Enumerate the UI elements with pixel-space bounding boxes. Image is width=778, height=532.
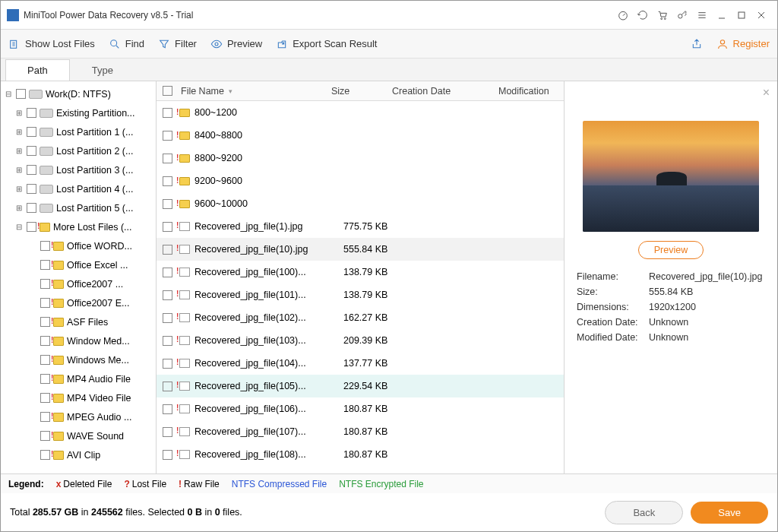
row-checkbox[interactable] bbox=[163, 359, 172, 369]
list-row[interactable]: Recovered_jpg_file(1).jpg775.75 KB bbox=[157, 215, 564, 238]
row-checkbox[interactable] bbox=[163, 404, 172, 414]
expand-toggle-icon[interactable]: ⊞ bbox=[14, 166, 24, 174]
row-checkbox[interactable] bbox=[163, 222, 172, 232]
row-checkbox[interactable] bbox=[163, 268, 172, 277]
key-icon[interactable] bbox=[672, 5, 692, 25]
tree-checkbox[interactable] bbox=[40, 374, 50, 384]
row-checkbox[interactable] bbox=[163, 245, 172, 255]
tree-checkbox[interactable] bbox=[40, 241, 50, 251]
tree-checkbox[interactable] bbox=[40, 279, 50, 289]
expand-toggle-icon[interactable]: ⊞ bbox=[14, 109, 24, 117]
list-row[interactable]: Recovered_jpg_file(102)...162.27 KB bbox=[157, 306, 564, 329]
expand-toggle-icon[interactable]: ⊟ bbox=[4, 90, 13, 98]
back-button[interactable]: Back bbox=[605, 501, 683, 524]
tree-item[interactable]: MP4 Video File bbox=[1, 388, 156, 407]
tab-path[interactable]: Path bbox=[5, 59, 70, 81]
tree-checkbox[interactable] bbox=[27, 184, 36, 194]
list-row[interactable]: Recovered_jpg_file(105)...229.54 KB bbox=[157, 375, 564, 397]
list-row[interactable]: Recovered_jpg_file(101)...138.79 KB bbox=[157, 283, 564, 306]
tree-checkbox[interactable] bbox=[40, 298, 50, 308]
list-row[interactable]: Recovered_jpg_file(107)...180.87 KB bbox=[157, 420, 564, 443]
find-button[interactable]: Find bbox=[109, 38, 144, 50]
tree-item[interactable]: Office Excel ... bbox=[1, 255, 156, 274]
tree-item[interactable]: Office2007 ... bbox=[1, 274, 156, 293]
expand-toggle-icon[interactable]: ⊞ bbox=[14, 147, 24, 155]
tree-item[interactable]: ⊞Existing Partition... bbox=[1, 103, 156, 122]
tree-item[interactable]: ⊞Lost Partition 5 (... bbox=[1, 198, 156, 217]
list-row[interactable]: 8400~8800 bbox=[157, 124, 564, 147]
tree-item[interactable]: ⊟More Lost Files (... bbox=[1, 217, 156, 236]
row-checkbox[interactable] bbox=[163, 427, 172, 437]
list-row[interactable]: Recovered_jpg_file(108)...180.87 KB bbox=[157, 443, 564, 466]
tree-checkbox[interactable] bbox=[40, 317, 50, 327]
preview-open-button[interactable]: Preview bbox=[638, 241, 704, 259]
col-creation-date[interactable]: Creation Date bbox=[392, 86, 498, 97]
tree-item[interactable]: ⊞Lost Partition 4 (... bbox=[1, 179, 156, 198]
show-lost-files-button[interactable]: Show Lost Files bbox=[8, 38, 95, 50]
tree-item[interactable]: Office2007 E... bbox=[1, 293, 156, 312]
tree-item[interactable]: WAVE Sound bbox=[1, 426, 156, 445]
row-checkbox[interactable] bbox=[163, 290, 172, 300]
list-row[interactable]: 9600~10000 bbox=[157, 192, 564, 215]
filter-button[interactable]: Filter bbox=[158, 38, 197, 50]
tree-item[interactable]: MPEG Audio ... bbox=[1, 407, 156, 426]
register-button[interactable]: Register bbox=[716, 38, 770, 50]
row-checkbox[interactable] bbox=[163, 336, 172, 346]
maximize-icon[interactable] bbox=[732, 5, 751, 25]
row-checkbox[interactable] bbox=[163, 450, 172, 460]
list-row[interactable]: Recovered_jpg_file(10).jpg555.84 KB bbox=[157, 238, 564, 261]
export-scan-result-button[interactable]: Export Scan Result bbox=[276, 38, 377, 50]
tree-checkbox[interactable] bbox=[40, 336, 50, 346]
save-button[interactable]: Save bbox=[691, 502, 768, 524]
row-checkbox[interactable] bbox=[163, 154, 172, 163]
col-name[interactable]: File Name bbox=[181, 86, 224, 97]
minimize-icon[interactable] bbox=[712, 5, 732, 25]
cart-icon[interactable] bbox=[653, 5, 672, 25]
list-row[interactable]: 9200~9600 bbox=[157, 169, 564, 192]
tree-item[interactable]: Office WORD... bbox=[1, 236, 156, 255]
tree-checkbox[interactable] bbox=[27, 203, 36, 213]
tree-checkbox[interactable] bbox=[27, 146, 36, 156]
expand-toggle-icon[interactable]: ⊞ bbox=[14, 185, 24, 193]
preview-close-icon[interactable]: × bbox=[763, 86, 770, 100]
folder-tree[interactable]: ⊟Work(D: NTFS)⊞Existing Partition...⊞Los… bbox=[1, 81, 157, 473]
tree-checkbox[interactable] bbox=[40, 412, 50, 422]
tree-item[interactable]: ASF Files bbox=[1, 312, 156, 331]
tree-checkbox[interactable] bbox=[27, 222, 36, 232]
row-checkbox[interactable] bbox=[163, 382, 172, 391]
tree-item[interactable]: Window Med... bbox=[1, 331, 156, 350]
list-row[interactable]: 800~1200 bbox=[157, 101, 564, 124]
list-row[interactable]: 8800~9200 bbox=[157, 147, 564, 169]
select-all-checkbox[interactable] bbox=[163, 86, 172, 96]
preview-button[interactable]: Preview bbox=[210, 38, 262, 50]
row-checkbox[interactable] bbox=[163, 131, 172, 141]
tree-checkbox[interactable] bbox=[40, 393, 50, 403]
tree-checkbox[interactable] bbox=[40, 355, 50, 365]
expand-toggle-icon[interactable]: ⊞ bbox=[14, 204, 24, 212]
col-size[interactable]: Size bbox=[331, 86, 392, 97]
tree-checkbox[interactable] bbox=[27, 127, 36, 137]
tree-checkbox[interactable] bbox=[40, 450, 50, 460]
list-row[interactable]: Recovered_jpg_file(106)...180.87 KB bbox=[157, 397, 564, 420]
tree-item[interactable]: ⊟Work(D: NTFS) bbox=[1, 84, 156, 103]
row-checkbox[interactable] bbox=[163, 108, 172, 118]
list-body[interactable]: 800~12008400~88008800~92009200~96009600~… bbox=[157, 101, 564, 473]
expand-toggle-icon[interactable]: ⊟ bbox=[14, 223, 24, 231]
refresh-icon[interactable] bbox=[633, 5, 653, 25]
row-checkbox[interactable] bbox=[163, 176, 172, 186]
speed-icon[interactable] bbox=[613, 5, 633, 25]
tree-checkbox[interactable] bbox=[40, 260, 50, 270]
close-icon[interactable] bbox=[751, 5, 771, 25]
row-checkbox[interactable] bbox=[163, 313, 172, 323]
list-row[interactable]: Recovered_jpg_file(100)...138.79 KB bbox=[157, 261, 564, 283]
menu-icon[interactable] bbox=[692, 5, 712, 25]
list-row[interactable]: Recovered_jpg_file(103)...209.39 KB bbox=[157, 329, 564, 352]
tree-checkbox[interactable] bbox=[40, 431, 50, 441]
tree-item[interactable]: ⊞Lost Partition 3 (... bbox=[1, 160, 156, 179]
tree-checkbox[interactable] bbox=[27, 108, 36, 118]
list-row[interactable]: Recovered_jpg_file(104)...137.77 KB bbox=[157, 352, 564, 375]
tree-item[interactable]: ⊞Lost Partition 1 (... bbox=[1, 122, 156, 141]
tree-item[interactable]: AVI Clip bbox=[1, 445, 156, 464]
row-checkbox[interactable] bbox=[163, 199, 172, 209]
tree-item[interactable]: Windows Me... bbox=[1, 350, 156, 369]
